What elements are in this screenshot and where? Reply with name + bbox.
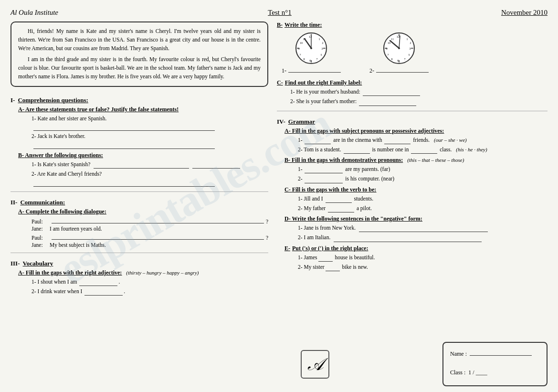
- vocabulary-partA: A- Fill in the gaps with the right adjec…: [18, 269, 268, 296]
- comprehension-partA: A- Are these statements true or false? J…: [18, 106, 268, 149]
- clock1-answer[interactable]: [288, 66, 341, 73]
- paul-answer-2[interactable]: [52, 233, 264, 240]
- gram-d-q2-answer[interactable]: [334, 235, 482, 242]
- vocab-q1: 1- I shout when I am .: [32, 278, 268, 286]
- class-value: 1 / ____: [468, 366, 487, 379]
- gram-d-instruction: Write the following sentences in the "ne…: [292, 215, 422, 222]
- name-label: Name :: [450, 348, 467, 360]
- roman-I: I-: [11, 96, 15, 104]
- family-q2-answer[interactable]: [359, 99, 416, 106]
- gram-d-q2: 2- I am Italian.: [298, 233, 547, 242]
- gram-e-q2-blank[interactable]: [326, 265, 340, 271]
- section-communication: II- Communication: A- Complete the follo…: [11, 195, 268, 248]
- vocab-q2-answer[interactable]: [84, 289, 123, 296]
- gram-c-q1-blank[interactable]: [326, 196, 352, 203]
- section-grammar: IV- Grammar A- Fill in the gaps with sub…: [277, 114, 547, 273]
- svg-text:9: 9: [298, 47, 300, 51]
- svg-point-39: [398, 47, 400, 49]
- reading-para1: Hi, friends! My name is Kate and my sist…: [18, 27, 261, 53]
- svg-text:12: 12: [397, 35, 400, 39]
- section-family: C- Find out the right Family label: 1- H…: [277, 79, 547, 106]
- roman-II: II-: [11, 199, 17, 206]
- paul-answer-1[interactable]: [52, 217, 264, 223]
- clock-1-svg: 12 3 6 9 1 2 5 7 8 7 10 11: [295, 32, 328, 65]
- dialogue-row-1: Paul: ?: [32, 217, 268, 224]
- comp-b-q2-answer[interactable]: [33, 180, 215, 187]
- comm-partA-instruction: Complete the following dialogue:: [26, 208, 106, 215]
- header: Al Oula Institute Test n°1 November 2010: [11, 9, 547, 17]
- svg-text:9: 9: [386, 47, 388, 51]
- gram-b-q1-blank[interactable]: [305, 167, 343, 173]
- svg-text:5: 5: [409, 53, 410, 56]
- svg-text:3: 3: [409, 47, 411, 51]
- date-label: November 2010: [501, 9, 547, 17]
- gram-a-q1-blank2[interactable]: [384, 138, 411, 144]
- svg-text:7: 7: [388, 53, 389, 56]
- gram-c-q2-blank[interactable]: [328, 206, 354, 212]
- section-time: B- Write the time:: [277, 21, 547, 74]
- gram-a-q2-blank2[interactable]: [411, 147, 437, 154]
- partB-label: B- Answer the following questions:: [18, 152, 103, 159]
- gram-e-q1-blank[interactable]: [318, 255, 333, 262]
- gram-b-hint: (this – that – these – those): [407, 157, 464, 163]
- comp-q2-answer[interactable]: [33, 142, 215, 149]
- vocab-q1-answer[interactable]: [79, 279, 117, 286]
- gram-a-label: A- Fill in the gaps with subject pronoun…: [284, 127, 444, 134]
- clock2-number: 2-: [369, 67, 374, 74]
- right-column: B- Write the time:: [277, 21, 547, 300]
- clock2-answer[interactable]: [376, 66, 429, 73]
- svg-text:10: 10: [388, 42, 390, 44]
- svg-text:12: 12: [309, 35, 313, 39]
- comp-b-q1-answer2[interactable]: [192, 162, 240, 169]
- partA-label: A- Are these statements true or false? J…: [18, 106, 179, 113]
- svg-text:7: 7: [300, 53, 301, 56]
- comp-b-q1-answer[interactable]: [94, 162, 189, 169]
- test-label: Test n°1: [268, 9, 292, 17]
- time-label: B-: [277, 21, 283, 29]
- vocabulary-title: Vocabulary: [23, 260, 53, 267]
- family-instruction: Find out the right Family label:: [285, 79, 362, 86]
- clock1-number: 1-: [282, 67, 286, 74]
- svg-text:8: 8: [391, 58, 393, 61]
- gram-d-q1-answer[interactable]: [359, 225, 488, 232]
- clock-2-svg: 12 3 6 9 1 2 5 7 8 7 10 11: [382, 32, 416, 65]
- vocab-partA-label: A- Fill in the gaps with the right adjec…: [18, 269, 122, 276]
- svg-text:7: 7: [316, 58, 318, 61]
- family-q1: 1- He is your mother's husband:: [290, 88, 547, 96]
- family-q1-answer[interactable]: [363, 89, 420, 96]
- gram-c-q1: 1- Jill and I students.: [298, 195, 547, 203]
- vocab-partA-instruction: Fill in the gaps with the right adjectiv…: [26, 269, 122, 276]
- comp-q1-answer[interactable]: [33, 124, 215, 131]
- class-row: Class : 1 / ____: [450, 366, 540, 379]
- comp-q2: 2- Jack is Kate's brother.: [32, 132, 268, 149]
- svg-text:10: 10: [300, 42, 303, 44]
- comprehension-partB: B- Answer the following questions: 1- Is…: [18, 152, 268, 187]
- svg-text:2: 2: [410, 42, 411, 44]
- family-label: C-: [277, 79, 283, 86]
- reading-passage: Hi, friends! My name is Kate and my sist…: [11, 21, 268, 87]
- page: eslprintables.com Al Oula Institute Test…: [0, 0, 558, 392]
- gram-b-label: B- Fill in the gaps with demonstrative p…: [284, 157, 403, 163]
- gram-a-q2-blank1[interactable]: [344, 147, 370, 154]
- clocks-row: 12 3 6 9 1 2 5 7 8 7 10 11: [282, 32, 547, 74]
- name-answer[interactable]: [470, 349, 532, 356]
- svg-text:6: 6: [309, 59, 311, 63]
- gram-a-q1: 1- are in the cinema with friends. (our …: [298, 136, 547, 144]
- svg-text:6: 6: [397, 59, 399, 63]
- gram-b-q2-blank[interactable]: [305, 177, 343, 183]
- svg-text:5: 5: [321, 53, 322, 56]
- gram-e-label: E-: [284, 245, 290, 252]
- gram-a-q1-blank1[interactable]: [305, 138, 331, 144]
- vocab-hint: (thirsty – hungry – happy – angry): [126, 270, 199, 275]
- gram-d-label: D- Write the following sentences in the …: [284, 215, 422, 222]
- vocab-q2: 2- I drink water when I .: [32, 287, 268, 296]
- svg-point-19: [310, 47, 312, 49]
- gram-a-instruction: Fill in the gaps with subject pronouns o…: [292, 127, 444, 134]
- communication-title: Communication:: [20, 199, 65, 206]
- gram-e-q2: 2- My sister bike is new.: [298, 263, 375, 271]
- time-instruction: Write the time:: [284, 21, 322, 29]
- svg-text:2: 2: [322, 42, 324, 44]
- clock-1: 12 3 6 9 1 2 5 7 8 7 10 11: [282, 32, 341, 74]
- institute-label: Al Oula Institute: [11, 9, 58, 17]
- svg-text:1: 1: [407, 38, 408, 41]
